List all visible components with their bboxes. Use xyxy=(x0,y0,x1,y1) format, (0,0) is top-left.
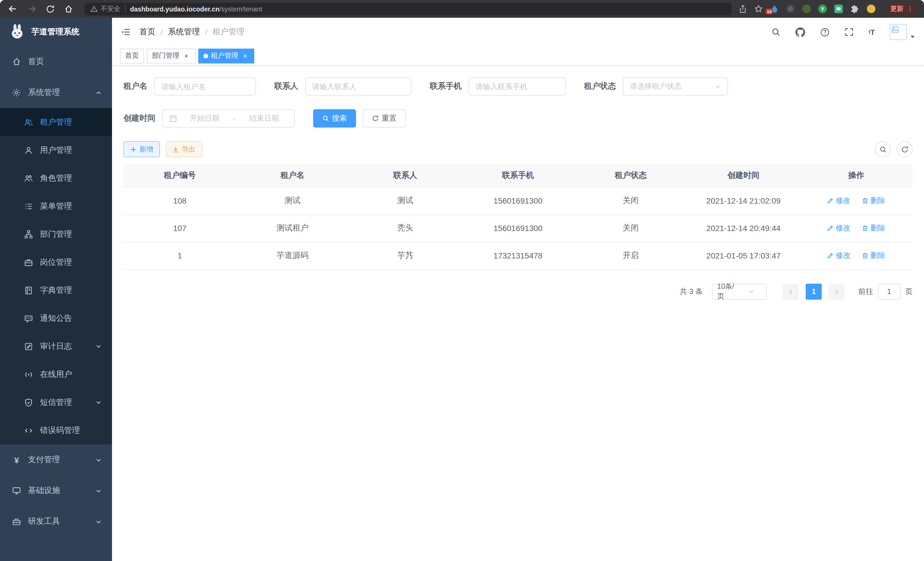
extension-icon[interactable] xyxy=(834,5,843,13)
github-icon[interactable] xyxy=(793,25,807,39)
tab-dept[interactable]: 部门管理 × xyxy=(147,48,195,63)
prev-page-button[interactable] xyxy=(783,283,799,299)
extension-icon[interactable] xyxy=(786,5,795,13)
start-date-placeholder[interactable]: 开始日期 xyxy=(181,113,229,123)
edit-button[interactable]: 修改 xyxy=(827,223,850,233)
delete-button[interactable]: 删除 xyxy=(862,223,885,233)
cell-tenant-name: 芋道源码 xyxy=(236,242,349,269)
extension-icon[interactable]: Y xyxy=(818,5,827,13)
col-tenant-name: 租户名 xyxy=(236,164,349,187)
sidebar-toggle-icon[interactable] xyxy=(112,18,140,46)
tab-home[interactable]: 首页 xyxy=(120,48,144,63)
sidebar-item-online-user[interactable]: 在线用户 xyxy=(0,360,112,388)
user-icon xyxy=(24,146,33,155)
cell-status: 关闭 xyxy=(574,214,687,242)
trash-icon xyxy=(862,225,869,232)
sidebar-item-error-code[interactable]: 错误码管理 xyxy=(0,416,112,444)
sidebar-item-notice[interactable]: 通知公告 xyxy=(0,304,112,332)
sidebar-item-sms[interactable]: 短信管理 xyxy=(0,388,112,416)
delete-button[interactable]: 删除 xyxy=(862,196,885,206)
export-button-label: 导出 xyxy=(182,144,195,154)
help-icon[interactable] xyxy=(818,25,832,39)
contact-input[interactable] xyxy=(312,82,405,91)
sidebar-item-audit-log[interactable]: 审计日志 xyxy=(0,332,112,360)
sidebar-item-post[interactable]: 岗位管理 xyxy=(0,248,112,276)
browser-reload-icon[interactable] xyxy=(46,4,55,14)
not-secure-warning-icon xyxy=(90,5,98,13)
chevron-down-icon xyxy=(95,399,102,405)
edit-button-label: 修改 xyxy=(836,196,850,206)
browser-toolbar: 不安全 dashboard.yudao.iocoder.cn/system/te… xyxy=(0,0,924,18)
caret-down-icon xyxy=(909,33,916,40)
extension-badge: 10 xyxy=(766,9,773,14)
sidebar-item-dict[interactable]: 字典管理 xyxy=(0,276,112,304)
add-button[interactable]: 新增 xyxy=(123,141,160,157)
sidebar-item-dev-tools[interactable]: 研发工具 xyxy=(0,506,112,537)
security-label[interactable]: 不安全 xyxy=(100,5,120,13)
app-logo[interactable]: 芋道管理系统 xyxy=(0,18,112,46)
close-icon[interactable]: × xyxy=(182,52,190,60)
pagination: 共 3 条 10条/页 1 前往 页 xyxy=(123,283,913,299)
cell-tenant-id: 1 xyxy=(123,242,236,269)
browser-update-button[interactable]: 更新 ⋮ xyxy=(885,3,918,15)
header-search-icon[interactable] xyxy=(769,25,783,39)
extension-drop-icon[interactable]: 10 xyxy=(770,5,779,13)
font-size-icon[interactable]: tT xyxy=(866,26,877,38)
sidebar-item-user[interactable]: 用户管理 xyxy=(0,136,112,164)
extension-icon[interactable] xyxy=(802,5,811,13)
sidebar-item-infra[interactable]: 基础设施 xyxy=(0,475,112,506)
phone-input[interactable] xyxy=(476,82,559,91)
trash-icon xyxy=(862,197,869,204)
page-number-button[interactable]: 1 xyxy=(806,283,822,299)
tenant-name-field[interactable] xyxy=(154,77,256,96)
extensions-puzzle-icon[interactable] xyxy=(850,4,860,14)
tab-tenant[interactable]: 租户管理 × xyxy=(198,48,254,63)
bookmark-star-icon[interactable] xyxy=(754,5,763,13)
share-icon[interactable] xyxy=(739,5,747,13)
date-range-picker[interactable]: 开始日期 - 结束日期 xyxy=(162,109,295,128)
browser-menu-icon[interactable]: ⋮ xyxy=(907,6,913,12)
sidebar-item-home[interactable]: 首页 xyxy=(0,46,112,77)
page-size-select[interactable]: 10条/页 xyxy=(712,283,767,299)
goto-page-input[interactable] xyxy=(878,283,901,299)
breadcrumb-separator: / xyxy=(160,27,163,37)
user-avatar[interactable] xyxy=(890,24,916,40)
browser-home-icon[interactable] xyxy=(64,4,73,14)
close-icon[interactable]: × xyxy=(241,52,249,60)
sidebar-item-tenant[interactable]: 租户管理 xyxy=(0,108,112,136)
next-page-button[interactable] xyxy=(829,283,844,299)
phone-field[interactable] xyxy=(469,77,566,96)
browser-forward-icon[interactable] xyxy=(27,4,37,14)
delete-button[interactable]: 删除 xyxy=(862,250,885,261)
tenant-name-input[interactable] xyxy=(161,82,249,91)
edit-button[interactable]: 修改 xyxy=(827,250,850,261)
reset-button[interactable]: 重置 xyxy=(363,109,406,128)
breadcrumb-home[interactable]: 首页 xyxy=(140,27,155,37)
sidebar-item-dept[interactable]: 部门管理 xyxy=(0,220,112,248)
sidebar-item-payment[interactable]: ¥ 支付管理 xyxy=(0,444,112,475)
breadcrumb-system[interactable]: 系统管理 xyxy=(168,27,200,37)
status-label: 租户状态 xyxy=(584,81,616,92)
sidebar-item-role[interactable]: 角色管理 xyxy=(0,164,112,192)
address-bar[interactable]: 不安全 dashboard.yudao.iocoder.cn/system/te… xyxy=(85,3,732,15)
fullscreen-icon[interactable] xyxy=(842,25,856,39)
export-button[interactable]: 导出 xyxy=(166,141,202,157)
col-phone: 联系手机 xyxy=(462,164,574,187)
role-icon xyxy=(24,174,33,183)
contact-field[interactable] xyxy=(305,77,411,96)
sidebar-item-menu[interactable]: 菜单管理 xyxy=(0,192,112,220)
sidebar-item-label: 岗位管理 xyxy=(40,257,72,267)
browser-back-icon[interactable] xyxy=(8,4,18,14)
trash-icon xyxy=(862,252,869,259)
search-button[interactable]: 搜索 xyxy=(313,109,356,128)
edit-button[interactable]: 修改 xyxy=(827,196,850,206)
refresh-table-button[interactable] xyxy=(897,141,913,157)
profile-avatar-icon[interactable] xyxy=(867,5,875,13)
end-date-placeholder[interactable]: 结束日期 xyxy=(240,113,288,123)
toggle-search-button[interactable] xyxy=(875,141,891,157)
status-select[interactable]: 请选择租户状态 xyxy=(623,77,728,96)
download-icon xyxy=(172,146,179,152)
sidebar-item-system[interactable]: 系统管理 xyxy=(0,77,112,108)
contact-label: 联系人 xyxy=(274,81,298,92)
cell-contact: 秃头 xyxy=(349,214,462,242)
